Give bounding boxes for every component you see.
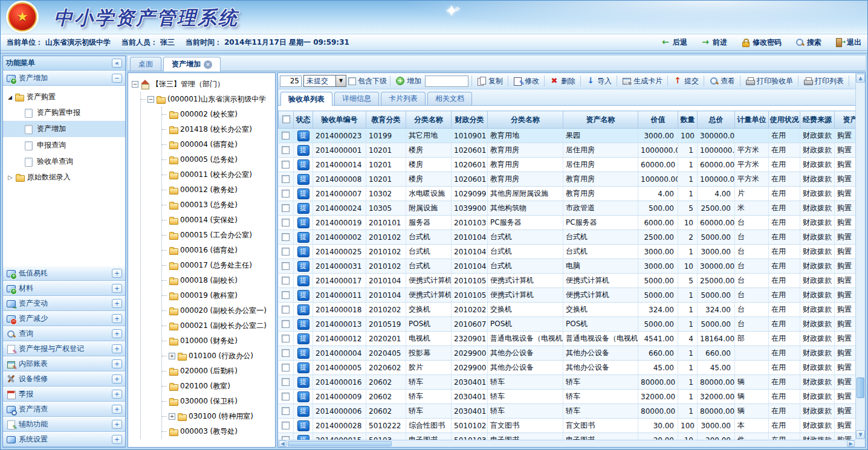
column-header[interactable]: 资产来源 <box>835 111 856 129</box>
section-expand-button[interactable]: + <box>112 329 122 338</box>
sidebar-section[interactable]: 资产清查+ <box>3 402 125 417</box>
column-header[interactable]: 资产名称 <box>563 111 638 129</box>
tree-root[interactable]: −【张三】管理（部门） <box>132 77 274 92</box>
tree-node[interactable]: 000003 (教导处) <box>162 424 274 439</box>
row-checkbox[interactable] <box>282 248 290 256</box>
collapse-icon[interactable]: − <box>147 96 154 103</box>
sidebar-section-asset-add[interactable]: 资产增加 − <box>3 71 125 86</box>
table-row[interactable]: 提20140000132010519POS机2010607POS机POS机500… <box>279 317 856 332</box>
row-checkbox[interactable] <box>282 132 290 140</box>
table-row[interactable]: 提201400000920602轿车2030401轿车轿车32000.00132… <box>279 390 856 404</box>
sidebar-section[interactable]: 材料+ <box>3 281 125 296</box>
table-row[interactable]: 提201400000620602轿车2030401轿车轿车80000.00180… <box>279 404 856 419</box>
tree-node[interactable]: 020100 (教室) <box>162 379 274 394</box>
row-checkbox[interactable] <box>282 161 290 169</box>
table-row[interactable]: 提201400001410201楼房1020601教育用房居住用房60000.0… <box>279 158 856 172</box>
subtab[interactable]: 详细信息 <box>334 92 379 105</box>
row-checkbox[interactable] <box>282 291 290 299</box>
page-size-input[interactable] <box>280 76 302 87</box>
section-expand-button[interactable]: + <box>112 374 122 384</box>
table-row[interactable]: 提201400000110201楼房1020601教育用房居住用房1000000… <box>279 143 856 158</box>
add-button[interactable]: 增加 <box>394 76 423 86</box>
row-checkbox[interactable] <box>282 219 290 227</box>
section-expand-button[interactable]: + <box>112 435 122 444</box>
sidebar-section[interactable]: 系统设置+ <box>3 432 125 447</box>
tree-node[interactable]: 000014 (安保处) <box>162 213 274 228</box>
sidebar-section[interactable]: 辅助功能+ <box>3 417 125 432</box>
table-row[interactable]: 提20140000052020602胶片2029900其他办公设备其他办公设备4… <box>279 361 856 375</box>
table-row[interactable]: 提201400002410305附属设施1039900其他构筑物市政管道500.… <box>279 201 856 216</box>
tree-node[interactable]: 000019 (教科室) <box>162 288 274 303</box>
row-checkbox[interactable] <box>282 407 290 415</box>
horizontal-scrollbar[interactable]: ◀ ▶ <box>278 440 855 447</box>
sidebar-section[interactable]: 资产减少+ <box>3 311 125 326</box>
sidebar-section[interactable]: 资产变动+ <box>3 296 125 311</box>
copy-count-input[interactable] <box>425 76 468 87</box>
row-checkbox[interactable] <box>282 233 290 241</box>
column-header[interactable]: 分类名称 <box>406 111 452 129</box>
row-checkbox[interactable] <box>282 349 290 357</box>
column-header[interactable]: 总价 <box>698 111 735 129</box>
select-all-checkbox[interactable] <box>282 115 290 123</box>
menu-item[interactable]: 资产购置申报 <box>3 104 125 121</box>
submit-button[interactable]: 提交 <box>671 76 701 86</box>
print-list-button[interactable]: 打印列表 <box>802 76 846 86</box>
sidebar-section[interactable]: 季报+ <box>3 387 125 402</box>
scroll-left-icon[interactable]: ◀ <box>279 440 287 447</box>
row-checkbox[interactable] <box>282 364 290 371</box>
tree-node[interactable]: 020000 (后勤科) <box>162 364 274 379</box>
menu-item[interactable]: 验收单查询 <box>3 153 125 170</box>
row-checkbox[interactable] <box>282 320 290 328</box>
expand-icon[interactable]: + <box>169 413 175 420</box>
row-checkbox[interactable] <box>282 277 290 284</box>
delete-button[interactable]: 删除 <box>548 76 577 86</box>
column-header[interactable]: 状态 <box>294 111 313 129</box>
section-expand-button[interactable]: + <box>112 405 122 414</box>
scroll-down-icon[interactable]: ▼ <box>856 430 865 439</box>
column-header[interactable]: 教育分类 <box>366 111 406 129</box>
row-checkbox[interactable] <box>282 190 290 198</box>
generate-card-button[interactable]: 生成卡片 <box>620 76 664 86</box>
column-header[interactable]: 数量 <box>678 111 698 129</box>
table-row[interactable]: 提20140000252010102台式机2010104台式机台式机3000.0… <box>279 245 856 259</box>
table-row[interactable]: 提20140000172010104便携式计算机2010105便携式计算机便携式… <box>279 274 856 288</box>
change-password-button[interactable]: 修改密码 <box>740 37 782 48</box>
vertical-scrollbar[interactable]: ▲ ▼ <box>855 73 865 440</box>
menu-group[interactable]: ▷原始数据录入 <box>3 170 125 185</box>
expand-icon[interactable]: + <box>169 353 175 359</box>
caret-down-icon[interactable]: ◢ <box>8 94 12 100</box>
table-row[interactable]: 提20140000182010202交换机2010202交换机交换机324.00… <box>279 303 856 317</box>
status-filter-select[interactable]: 未提交▼ <box>303 75 346 87</box>
modify-button[interactable]: 修改 <box>511 76 541 86</box>
row-checkbox[interactable] <box>282 378 290 386</box>
sidebar-section[interactable]: 内部账表+ <box>3 356 125 371</box>
column-header[interactable]: 价值 <box>638 111 678 129</box>
column-header[interactable]: 财政分类 <box>452 111 488 129</box>
table-row[interactable]: 提20140000122020201电视机2320901普通电视设备（电视机）普… <box>279 332 856 346</box>
copy-button[interactable]: 复制 <box>475 76 505 86</box>
table-row[interactable]: 提20140000285010222综合性图书5010102盲文图书盲文图书30… <box>279 419 856 433</box>
logout-button[interactable]: 退出 <box>835 37 861 48</box>
tree-node[interactable]: 201418 (校长办公室) <box>162 122 274 137</box>
subtab[interactable]: 卡片列表 <box>381 92 426 105</box>
tree-node[interactable]: 000021 (副校长办公室二) <box>162 318 274 333</box>
row-checkbox[interactable] <box>282 262 290 270</box>
column-header[interactable]: 经费来源 <box>800 111 835 129</box>
table-row[interactable]: 提20140000042020405投影幕2029900其他办公设备其他办公设备… <box>279 346 856 361</box>
sidebar-section[interactable]: 设备维修+ <box>3 371 125 387</box>
table-row[interactable]: 提20140000312010102台式机2010104台式机电脑3000.00… <box>279 259 856 274</box>
vertical-scroll-thumb[interactable] <box>857 378 864 398</box>
print-receipt-button[interactable]: 打印验收单 <box>743 76 795 86</box>
tree-node[interactable]: 000011 (校长办公室) <box>162 167 274 182</box>
row-checkbox[interactable] <box>282 204 290 212</box>
section-collapse-button[interactable]: − <box>112 74 122 83</box>
section-expand-button[interactable]: + <box>112 359 122 368</box>
tree-node[interactable]: 010000 (财务处) <box>162 333 274 349</box>
tree-node[interactable]: 000018 (副校长) <box>162 273 274 288</box>
scroll-up-icon[interactable]: ▲ <box>856 74 865 83</box>
close-icon[interactable] <box>204 60 212 69</box>
horizontal-scroll-thumb[interactable] <box>288 441 392 446</box>
tree-node[interactable]: 000020 (副校长办公室一) <box>162 303 274 318</box>
row-checkbox[interactable] <box>282 422 290 429</box>
section-expand-button[interactable]: + <box>112 314 122 323</box>
